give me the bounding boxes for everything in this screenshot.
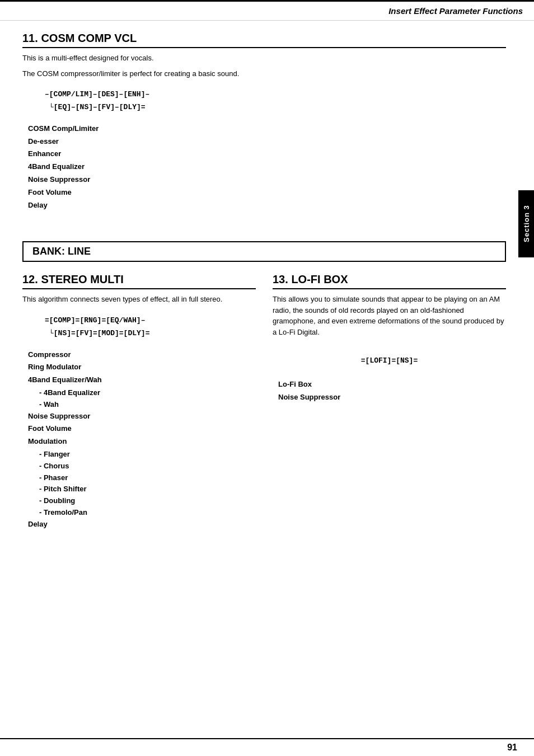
section-12-desc: This algorithm connects seven types of e… <box>22 294 256 305</box>
list-item: Foot Volume <box>28 187 506 199</box>
section-13-title: 13. LO-FI BOX <box>273 273 506 289</box>
signal-flow-13: =[LOFI]=[NS]= <box>273 354 506 367</box>
list-sub-item: - Chorus <box>39 461 256 472</box>
list-sub-item: - Wah <box>39 399 256 411</box>
signal-line1-12: =[COMP]=[RNG]=[EQ/WAH]– <box>45 314 256 327</box>
list-item: COSM Comp/Limiter <box>28 123 506 135</box>
list-item: 4Band Equalizer/Wah <box>28 374 256 386</box>
list-item: De-esser <box>28 136 506 148</box>
section-12: 12. STEREO MULTI This algorithm connects… <box>22 273 256 531</box>
list-item: 4Band Equalizer <box>28 161 506 173</box>
signal-flow-12: =[COMP]=[RNG]=[EQ/WAH]– └[NS]=[FV]=[MOD]… <box>45 314 256 340</box>
main-content: 11. COSM COMP VCL This is a multi-effect… <box>0 21 534 543</box>
section-12-title: 12. STEREO MULTI <box>22 273 256 289</box>
list-sub-item: - Tremolo/Pan <box>39 507 256 519</box>
list-item: Noise Suppressor <box>28 174 506 186</box>
header: Insert Effect Parameter Functions <box>0 0 534 21</box>
list-sub-item: - Flanger <box>39 449 256 461</box>
section-11-desc1: This is a multi-effect designed for voca… <box>22 53 506 64</box>
comp-list-13: Lo-Fi Box Noise Suppressor <box>278 379 506 403</box>
list-item: Noise Suppressor <box>28 411 256 422</box>
bank-line-label: BANK: LINE <box>22 241 506 262</box>
signal-line2-11: └[EQ]–[NS]–[FV]–[DLY]= <box>49 101 506 114</box>
header-title: Insert Effect Parameter Functions <box>388 6 523 16</box>
comp-list-12: Compressor Ring Modulator 4Band Equalize… <box>28 349 256 530</box>
section-13: 13. LO-FI BOX This allows you to simulat… <box>273 273 506 531</box>
list-sub-item: - Phaser <box>39 472 256 484</box>
list-item: Compressor <box>28 349 256 361</box>
section-11-title: 11. COSM COMP VCL <box>22 32 506 48</box>
list-item: Delay <box>28 519 256 530</box>
list-sub-item: - Pitch Shifter <box>39 483 256 495</box>
page-number: 91 <box>507 743 517 753</box>
signal-line1-11: –[COMP/LIM]–[DES]–[ENH]– <box>45 88 506 101</box>
list-sub-item: - Doubling <box>39 495 256 507</box>
list-sub-item: - 4Band Equalizer <box>39 387 256 399</box>
list-item: Ring Modulator <box>28 361 256 373</box>
signal-line1-13: =[LOFI]=[NS]= <box>273 354 506 367</box>
section-13-desc: This allows you to simulate sounds that … <box>273 294 506 337</box>
two-col-section: 12. STEREO MULTI This algorithm connects… <box>22 273 506 531</box>
signal-line2-12: └[NS]=[FV]=[MOD]=[DLY]= <box>49 327 256 340</box>
list-item: Noise Suppressor <box>278 392 506 403</box>
section-tab: Section 3 <box>518 190 534 257</box>
bank-line-container: BANK: LINE <box>22 228 506 262</box>
list-item: Modulation <box>28 436 256 448</box>
footer: 91 <box>0 738 534 756</box>
list-item: Enhancer <box>28 148 506 160</box>
comp-list-11: COSM Comp/Limiter De-esser Enhancer 4Ban… <box>28 123 506 212</box>
list-item: Lo-Fi Box <box>278 379 506 391</box>
section-11: 11. COSM COMP VCL This is a multi-effect… <box>22 32 506 211</box>
list-item: Foot Volume <box>28 423 256 435</box>
signal-flow-11: –[COMP/LIM]–[DES]–[ENH]– └[EQ]–[NS]–[FV]… <box>45 88 506 114</box>
section-11-desc2: The COSM compressor/limiter is perfect f… <box>22 68 506 79</box>
list-item: Delay <box>28 200 506 212</box>
